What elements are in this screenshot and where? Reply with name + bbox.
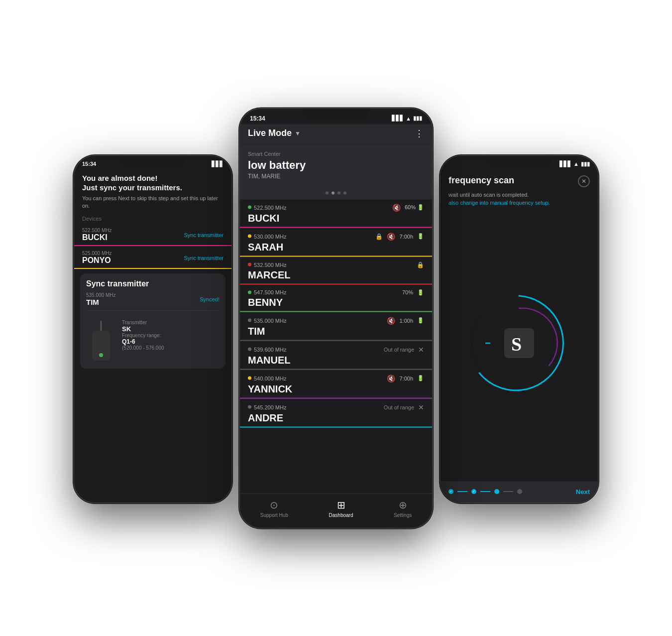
- tx-info: Transmitter SK Frequency range: Q1-6 (52…: [122, 320, 164, 361]
- scene: 15:34 ▋▋▋ You are almost done!Just sync …: [62, 44, 610, 592]
- left-status-icons: ▋▋▋: [212, 161, 224, 167]
- left-device-row-bucki: 522.500 MHz BUCKI Sync transmitter: [74, 224, 231, 247]
- sync-device-tim: 535.000 MHz TIM Synced!: [86, 292, 220, 311]
- channel-row-yannick[interactable]: 540.000 MHz 🔇 7:00h 🔋 YANNICK: [240, 370, 432, 399]
- step-2: ✓: [471, 489, 476, 494]
- center-title-row: Live Mode ▼ ⋮: [248, 127, 424, 138]
- nav-dashboard[interactable]: ⊞ Dashboard: [329, 499, 353, 517]
- bucki-battery: 60% 🔋: [405, 204, 424, 211]
- left-title: You are almost done!Just sync your trans…: [74, 169, 231, 195]
- left-ponyo-sync-btn[interactable]: Sync transmitter: [184, 255, 224, 261]
- dashboard-icon: ⊞: [337, 499, 345, 510]
- smart-center-card: Smart Center low battery TIM, MARIE: [240, 144, 432, 187]
- next-button[interactable]: Next: [576, 488, 590, 496]
- sync-popup-title: Sync transmitter: [86, 279, 220, 288]
- dropdown-arrow-icon[interactable]: ▼: [295, 129, 301, 136]
- yannick-battery-icon: 🔋: [417, 375, 424, 382]
- right-wifi-icon: ▲: [573, 161, 579, 167]
- settings-icon: ⊕: [399, 499, 407, 510]
- dot-1: [326, 191, 329, 194]
- freq-scan-desc: wait until auto scan is completed.: [441, 191, 598, 199]
- sync-tim-synced: Synced!: [200, 296, 220, 302]
- step-4: [517, 489, 522, 494]
- channel-row-benny[interactable]: 547.500 MHz 70% 🔋 BENNY: [240, 285, 432, 312]
- sennheiser-s-logo: S: [504, 328, 534, 358]
- scan-circle-container: S: [441, 206, 598, 481]
- tim-status-dot: [248, 319, 251, 322]
- center-phone: 15:34 ▋▋▋ ▲ ▮▮▮ Live Mode ▼ ⋮: [239, 108, 433, 528]
- left-device-row-ponyo: 525.000 MHz PONYO Sync transmitter: [74, 247, 231, 269]
- yannick-mute-icon: 🔇: [387, 374, 395, 382]
- bucki-info: 🔇 60% 🔋: [392, 203, 424, 211]
- manuel-info: Out of range ✕: [384, 345, 424, 353]
- marcel-status-dot: [248, 263, 251, 266]
- step-line-2: [480, 491, 490, 492]
- pagination-dots: [240, 187, 432, 196]
- step-line-1: [457, 491, 467, 492]
- nav-support-hub[interactable]: ⊙ Support Hub: [260, 499, 288, 517]
- sync-popup: Sync transmitter 535.000 MHz TIM Synced!: [80, 273, 225, 369]
- center-time: 15:34: [250, 115, 265, 122]
- close-button[interactable]: ✕: [578, 175, 590, 187]
- tx-body: [92, 331, 110, 361]
- left-signal-icon: ▋▋▋: [212, 161, 224, 167]
- benny-freq: 547.500 MHz: [248, 289, 286, 295]
- manuel-name: MANUEL: [248, 354, 424, 366]
- marcel-name: MARCEL: [248, 269, 424, 280]
- channel-row-sarah[interactable]: 530.000 MHz 🔒 🔇 7:00h 🔋 SARAH: [240, 228, 432, 257]
- support-hub-icon: ⊙: [270, 499, 278, 510]
- manuel-bluetooth-icon: ✕: [418, 345, 424, 353]
- freq-scan-link[interactable]: also change into manual frequency setup.: [441, 199, 598, 206]
- channel-row-andre[interactable]: 545.200 MHz Out of range ✕ ANDRE: [240, 399, 432, 428]
- center-header: Live Mode ▼ ⋮: [240, 124, 432, 144]
- right-phone-screen: ▋▋▋ ▲ ▮▮▮ frequency scan ✕ wait until au…: [441, 156, 598, 503]
- center-battery-icon: ▮▮▮: [413, 115, 422, 122]
- channel-row-marcel[interactable]: 532.500 MHz 🔒 MARCEL: [240, 257, 432, 285]
- channel-row-tim[interactable]: 535.000 MHz 🔇 1:00h 🔋 TIM: [240, 312, 432, 341]
- live-mode-label: Live Mode: [248, 128, 292, 138]
- step-line-3: [503, 491, 513, 492]
- sarah-info: 🔒 🔇 7:00h 🔋: [375, 232, 424, 240]
- tx-label: Transmitter: [122, 320, 164, 325]
- tx-image: [86, 320, 116, 361]
- bucki-status-dot: [248, 206, 251, 209]
- andre-bluetooth-icon: ✕: [418, 403, 424, 411]
- right-signal-icon: ▋▋▋: [560, 161, 571, 167]
- right-status-icons: ▋▋▋ ▲ ▮▮▮: [560, 161, 590, 167]
- right-phone: ▋▋▋ ▲ ▮▮▮ frequency scan ✕ wait until au…: [440, 155, 599, 504]
- tim-freq: 535.000 MHz: [248, 317, 286, 323]
- tx-freq-range-label: Frequency range:: [122, 333, 164, 338]
- bottom-nav: ⊙ Support Hub ⊞ Dashboard ⊕ Settings: [240, 493, 432, 527]
- bucki-freq: 522.500 MHz: [248, 204, 286, 210]
- nav-settings[interactable]: ⊕ Settings: [394, 499, 412, 517]
- right-battery-icon: ▮▮▮: [581, 161, 590, 167]
- marcel-info: 🔒: [417, 261, 424, 268]
- step-1: ✓: [448, 489, 453, 494]
- left-devices-label: Devices: [74, 214, 231, 224]
- yannick-freq: 540.000 MHz: [248, 375, 286, 381]
- sennheiser-logo: S: [504, 328, 534, 358]
- benny-battery-pct: 70%: [402, 289, 413, 295]
- left-bucki-sync-btn[interactable]: Sync transmitter: [184, 232, 224, 238]
- channel-row-manuel[interactable]: 539.600 MHz Out of range ✕ MANUEL: [240, 341, 432, 370]
- sarah-name: SARAH: [248, 241, 424, 253]
- sarah-status-dot: [248, 235, 251, 238]
- yannick-status-dot: [248, 377, 251, 380]
- sarah-mute-icon: 🔇: [387, 232, 395, 240]
- channel-row-bucki[interactable]: 522.500 MHz 🔇 60% 🔋 BUCKI: [240, 199, 432, 228]
- left-bucki-name: BUCKI: [82, 233, 112, 242]
- benny-info: 70% 🔋: [402, 289, 424, 295]
- left-subtitle: You can press Next to skip this step and…: [74, 195, 231, 214]
- smart-center-label: Smart Center: [248, 150, 424, 156]
- center-title: Live Mode ▼: [248, 128, 301, 138]
- left-phone-notch: [120, 156, 185, 168]
- sync-tim-freq: 535.000 MHz: [86, 292, 115, 298]
- dashboard-label: Dashboard: [329, 512, 353, 517]
- more-options-icon[interactable]: ⋮: [415, 127, 424, 138]
- andre-name: ANDRE: [248, 412, 424, 423]
- left-time: 15:34: [82, 161, 96, 167]
- tx-light: [99, 353, 103, 357]
- freq-scan-title: frequency scan: [448, 175, 514, 186]
- transmitter-card: Transmitter SK Frequency range: Q1-6 (52…: [86, 316, 220, 363]
- benny-status-dot: [248, 290, 251, 294]
